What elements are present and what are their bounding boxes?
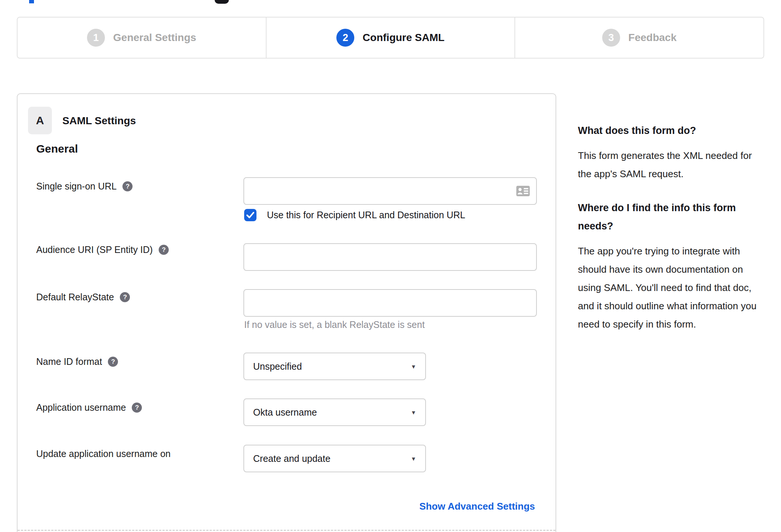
relay-state-input[interactable]	[243, 289, 537, 317]
help-q2-heading: Where do I find the info this form needs…	[578, 199, 766, 235]
help-q1-body: This form generates the XML needed for t…	[578, 147, 766, 183]
relay-state-help-icon[interactable]: ?	[120, 292, 130, 302]
chevron-down-icon: ▼	[411, 363, 416, 370]
app-username-select[interactable]: Okta username ▼	[243, 398, 426, 426]
step-configure-saml[interactable]: 2 Configure SAML	[266, 18, 515, 58]
update-username-value: Create and update	[253, 453, 411, 464]
update-username-label: Update application username on	[36, 448, 171, 459]
app-username-value: Okta username	[253, 407, 411, 418]
step-1-circle: 1	[87, 29, 105, 47]
check-icon	[246, 212, 254, 218]
panel-title: SAML Settings	[62, 115, 136, 127]
section-a-badge: A	[28, 107, 52, 134]
relay-state-hint: If no value is set, a blank RelayState i…	[244, 319, 425, 330]
step-2-label: Configure SAML	[363, 32, 444, 44]
relay-state-label: Default RelayState	[36, 292, 114, 303]
update-username-select[interactable]: Create and update ▼	[243, 445, 426, 472]
recipient-url-checkbox[interactable]	[244, 209, 256, 221]
section-dashed-divider	[18, 530, 556, 531]
sso-url-help-icon[interactable]: ?	[122, 181, 133, 191]
recipient-url-checkbox-label: Use this for Recipient URL and Destinati…	[267, 210, 465, 220]
help-q2-body: The app you're trying to integrate with …	[578, 242, 766, 334]
name-id-format-value: Unspecified	[253, 361, 411, 372]
name-id-format-label: Name ID format	[36, 356, 102, 367]
step-feedback[interactable]: 3 Feedback	[514, 18, 763, 58]
step-3-circle: 3	[602, 29, 620, 47]
chevron-down-icon: ▼	[411, 456, 416, 462]
header-icon-fragment	[215, 0, 229, 4]
audience-uri-help-icon[interactable]: ?	[159, 245, 169, 255]
wizard-stepper: 1 General Settings 2 Configure SAML 3 Fe…	[17, 17, 764, 59]
step-general-settings[interactable]: 1 General Settings	[18, 18, 266, 58]
recipient-url-checkbox-row: Use this for Recipient URL and Destinati…	[244, 209, 465, 221]
sso-url-label: Single sign-on URL	[36, 181, 116, 192]
name-id-format-select[interactable]: Unspecified ▼	[243, 353, 426, 380]
audience-uri-input[interactable]	[243, 243, 537, 271]
contact-card-icon[interactable]	[516, 186, 530, 196]
audience-uri-label-row: Audience URI (SP Entity ID) ?	[36, 244, 169, 255]
general-section-title: General	[36, 143, 78, 155]
saml-settings-panel: A SAML Settings General Single sign-on U…	[17, 93, 556, 532]
sso-url-input[interactable]	[243, 177, 537, 205]
audience-uri-label: Audience URI (SP Entity ID)	[36, 244, 153, 255]
app-username-help-icon[interactable]: ?	[132, 403, 142, 413]
update-username-label-row: Update application username on	[36, 448, 171, 459]
sso-url-label-row: Single sign-on URL ?	[36, 181, 133, 192]
name-id-format-label-row: Name ID format ?	[36, 356, 118, 367]
relay-state-label-row: Default RelayState ?	[36, 292, 130, 303]
name-id-format-help-icon[interactable]: ?	[108, 357, 118, 367]
step-3-label: Feedback	[628, 32, 676, 44]
show-advanced-settings-link[interactable]: Show Advanced Settings	[419, 501, 535, 512]
step-2-circle: 2	[336, 29, 354, 47]
help-q1-heading: What does this form do?	[578, 122, 766, 140]
step-1-label: General Settings	[113, 32, 196, 44]
logo-fragment	[29, 0, 34, 3]
app-username-label-row: Application username ?	[36, 402, 142, 413]
chevron-down-icon: ▼	[411, 409, 416, 416]
help-sidebar: What does this form do? This form genera…	[578, 122, 766, 349]
app-username-label: Application username	[36, 402, 126, 413]
